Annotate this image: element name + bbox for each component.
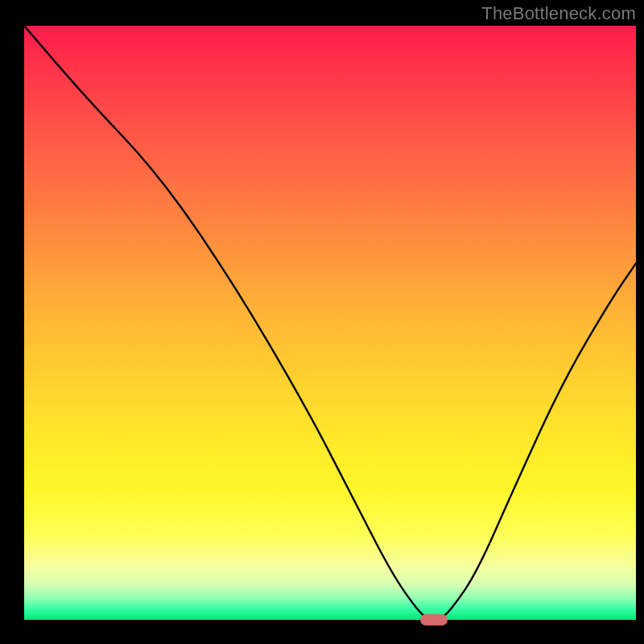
optimal-marker: [420, 614, 448, 625]
plot-area: [24, 26, 636, 620]
chart-frame: TheBottleneck.com: [0, 0, 644, 644]
watermark-text: TheBottleneck.com: [481, 3, 636, 24]
curve-path: [24, 26, 636, 620]
bottleneck-curve: [24, 26, 636, 620]
